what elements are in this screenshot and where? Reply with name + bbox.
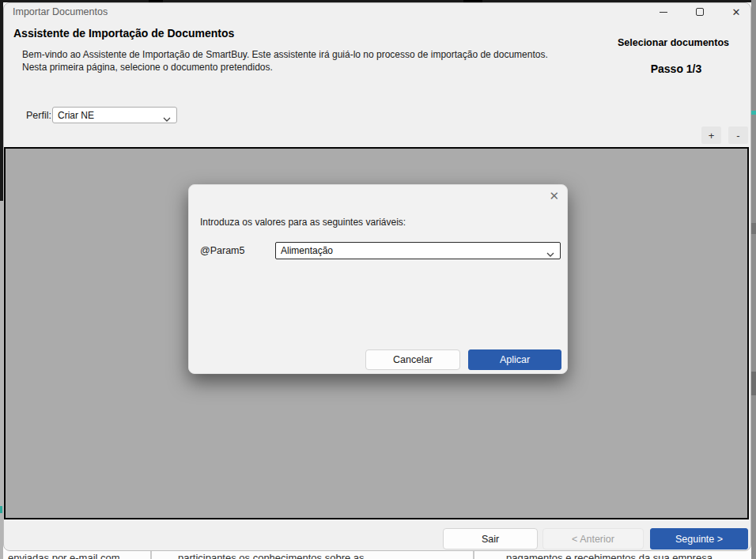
background-text-fragment: participantes os conhecimentos sobre as bbox=[178, 552, 365, 559]
wizard-title: Assistente de Importação de Documentos bbox=[13, 27, 234, 40]
step-indicator: Passo 1/3 bbox=[633, 62, 720, 75]
background-text-fragment: pagamentos e recebimentos da sua empresa bbox=[506, 552, 713, 559]
screen: enviadas por e-mail com participantes os… bbox=[0, 0, 756, 559]
minimize-button[interactable] bbox=[652, 3, 675, 21]
wizard-description-line2: Nesta primeira página, selecione o docum… bbox=[22, 61, 548, 74]
next-button[interactable]: Seguinte > bbox=[650, 528, 748, 550]
dialog-prompt: Introduza os valores para as seguintes v… bbox=[200, 217, 406, 228]
background-teal-mark bbox=[0, 506, 2, 513]
profile-label: Perfil: bbox=[26, 110, 51, 121]
minimize-icon bbox=[660, 12, 667, 13]
cancel-button[interactable]: Cancelar bbox=[365, 349, 460, 370]
scrollbar-mark bbox=[751, 223, 756, 234]
chevron-down-icon bbox=[546, 248, 554, 259]
dialog-close-button[interactable]: ✕ bbox=[549, 189, 559, 203]
exit-button[interactable]: Sair bbox=[443, 528, 538, 550]
param-value: Alimentação bbox=[281, 245, 333, 256]
profile-combobox-value: Criar NE bbox=[58, 110, 94, 121]
window-title: Importar Documentos bbox=[13, 6, 108, 17]
variables-dialog: ✕ Introduza os valores para as seguintes… bbox=[188, 184, 568, 374]
close-icon: ✕ bbox=[732, 6, 741, 18]
param-label: @Param5 bbox=[200, 245, 244, 256]
apply-button[interactable]: Aplicar bbox=[468, 349, 561, 370]
background-page-strip: enviadas por e-mail com participantes os… bbox=[3, 551, 751, 559]
add-button[interactable]: + bbox=[701, 127, 721, 144]
scrollbar-mark bbox=[751, 111, 756, 115]
param-value-combobox[interactable]: Alimentação bbox=[275, 242, 561, 259]
wizard-description: Bem-vindo ao Assistente de Importação de… bbox=[22, 48, 548, 74]
background-column-divider bbox=[473, 551, 474, 559]
background-text-fragment: enviadas por e-mail com bbox=[8, 552, 120, 559]
background-column-divider bbox=[150, 551, 152, 559]
remove-button[interactable]: - bbox=[728, 127, 748, 144]
background-scrollbar-strip bbox=[751, 0, 756, 559]
scrollbar-mark bbox=[751, 372, 756, 395]
previous-button[interactable]: < Anterior bbox=[542, 528, 644, 550]
step-title: Selecionar documentos bbox=[603, 37, 729, 48]
maximize-button[interactable] bbox=[688, 3, 712, 21]
close-button[interactable]: ✕ bbox=[724, 3, 748, 21]
close-icon: ✕ bbox=[549, 189, 559, 202]
maximize-icon bbox=[696, 8, 704, 16]
profile-combobox[interactable]: Criar NE bbox=[52, 107, 177, 123]
wizard-description-line1: Bem-vindo ao Assistente de Importação de… bbox=[22, 48, 548, 61]
chevron-down-icon bbox=[163, 113, 171, 124]
